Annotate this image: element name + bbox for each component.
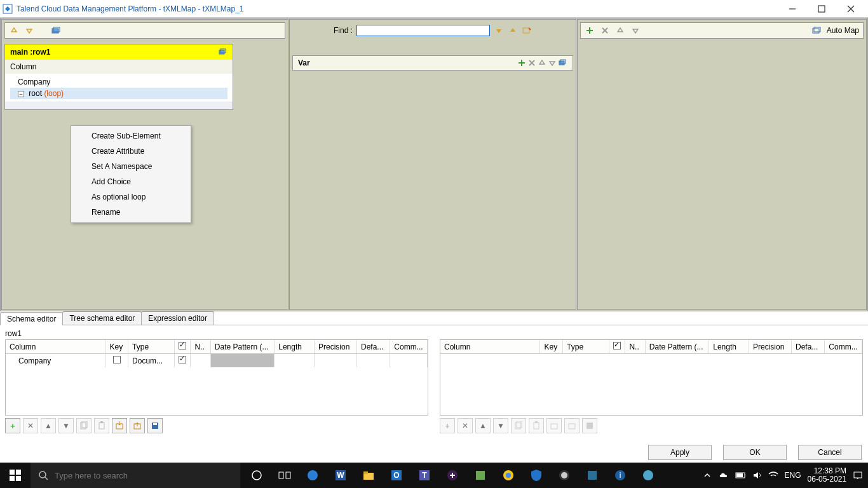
- language-indicator[interactable]: ENG: [785, 471, 801, 480]
- save-button[interactable]: [582, 418, 597, 433]
- teams-icon[interactable]: T: [410, 463, 438, 488]
- security-icon[interactable]: [522, 463, 550, 488]
- onedrive-icon[interactable]: [719, 470, 729, 480]
- add-row-button[interactable]: ＋: [5, 418, 20, 433]
- tree-item-root[interactable]: − root (loop): [10, 88, 227, 99]
- cell-n-chk[interactable]: [179, 356, 186, 363]
- col-comment[interactable]: Comm...: [825, 340, 862, 354]
- slack-icon[interactable]: [438, 463, 466, 488]
- col-n-chk[interactable]: [609, 340, 625, 354]
- col-column[interactable]: Column: [6, 340, 105, 354]
- col-length[interactable]: Length: [275, 340, 315, 354]
- add-row-button[interactable]: ＋: [440, 418, 455, 433]
- tab-expression-editor[interactable]: Expression editor: [141, 311, 214, 325]
- cm-as-optional-loop[interactable]: As optional loop: [71, 189, 191, 205]
- volume-icon[interactable]: [752, 470, 762, 480]
- wifi-icon[interactable]: [768, 470, 778, 480]
- copy-button[interactable]: [76, 418, 92, 433]
- import-button[interactable]: [112, 418, 127, 433]
- out-down-icon[interactable]: [630, 25, 641, 36]
- cell-type[interactable]: Docum...: [128, 354, 175, 368]
- automap-button[interactable]: Auto Map: [827, 26, 859, 35]
- cm-add-choice[interactable]: Add Choice: [71, 174, 191, 189]
- taskbar-search-input[interactable]: [55, 471, 220, 480]
- col-comment[interactable]: Comm...: [390, 340, 428, 354]
- edge-icon[interactable]: [299, 463, 327, 488]
- app-icon-4[interactable]: i: [606, 463, 634, 488]
- col-column[interactable]: Column: [440, 340, 540, 354]
- ok-button[interactable]: OK: [723, 445, 787, 460]
- col-default[interactable]: Defa...: [792, 340, 825, 354]
- table-row[interactable]: Company Docum...: [6, 354, 428, 368]
- save-button[interactable]: [147, 418, 163, 433]
- import-button[interactable]: [546, 418, 562, 433]
- var-down-icon[interactable]: [547, 58, 557, 68]
- outlook-icon[interactable]: O: [383, 463, 410, 488]
- minimize-button[interactable]: [778, 0, 807, 18]
- cancel-button[interactable]: Cancel: [798, 445, 862, 460]
- remove-row-button[interactable]: ✕: [458, 418, 473, 433]
- find-next-icon[interactable]: [494, 25, 504, 36]
- paste-button[interactable]: [94, 418, 109, 433]
- input-tree-title-row[interactable]: main :row1: [5, 44, 233, 60]
- col-type[interactable]: Type: [563, 340, 609, 354]
- cell-date-pattern[interactable]: [210, 354, 274, 368]
- app-icon-5[interactable]: [634, 463, 662, 488]
- col-n-chk[interactable]: [175, 340, 191, 354]
- notifications-icon[interactable]: [853, 470, 863, 480]
- col-default[interactable]: Defa...: [357, 340, 390, 354]
- close-button[interactable]: [836, 0, 865, 18]
- find-prev-icon[interactable]: [508, 25, 518, 36]
- apply-button[interactable]: Apply: [648, 445, 712, 460]
- out-remove-icon[interactable]: [600, 25, 610, 36]
- col-type[interactable]: Type: [128, 340, 175, 354]
- tab-schema-editor[interactable]: Schema editor: [0, 312, 63, 325]
- app-icon-1[interactable]: [466, 463, 494, 488]
- col-precision[interactable]: Precision: [749, 340, 792, 354]
- explorer-icon[interactable]: [355, 463, 383, 488]
- taskbar-clock[interactable]: 12:38 PM 06-05-2021: [808, 467, 846, 484]
- cm-set-namespace[interactable]: Set A Namespace: [71, 159, 191, 174]
- automap-icon[interactable]: [811, 25, 822, 36]
- find-highlight-icon[interactable]: [522, 25, 532, 36]
- out-add-icon[interactable]: [585, 25, 595, 36]
- col-date-pattern[interactable]: Date Pattern (...: [645, 340, 709, 354]
- find-input[interactable]: [356, 25, 490, 36]
- paste-button[interactable]: [529, 418, 544, 433]
- row-up-button[interactable]: ▲: [41, 418, 56, 433]
- col-key[interactable]: Key: [540, 340, 563, 354]
- move-down-icon[interactable]: [24, 25, 34, 36]
- row-down-button[interactable]: ▼: [58, 418, 74, 433]
- col-key[interactable]: Key: [105, 340, 128, 354]
- export-button[interactable]: [130, 418, 145, 433]
- col-n[interactable]: N..: [191, 340, 210, 354]
- col-date-pattern[interactable]: Date Pattern (...: [210, 340, 274, 354]
- maximize-button[interactable]: [807, 0, 836, 18]
- tray-overflow-icon[interactable]: [702, 470, 712, 480]
- tab-tree-schema-editor[interactable]: Tree schema editor: [62, 311, 142, 325]
- cm-rename[interactable]: Rename: [71, 205, 191, 220]
- start-button[interactable]: [0, 463, 31, 488]
- remove-row-button[interactable]: ✕: [23, 418, 38, 433]
- chrome-icon[interactable]: [494, 463, 522, 488]
- cell-key-chk[interactable]: [113, 356, 121, 363]
- tree-item-company[interactable]: Company: [10, 76, 227, 88]
- out-up-icon[interactable]: [615, 25, 625, 36]
- export-button[interactable]: [564, 418, 580, 433]
- app-icon-3[interactable]: [578, 463, 606, 488]
- var-minimize-icon[interactable]: [557, 58, 567, 68]
- cell-column[interactable]: Company: [6, 354, 105, 368]
- col-length[interactable]: Length: [709, 340, 749, 354]
- row-down-button[interactable]: ▼: [493, 418, 508, 433]
- task-view-icon[interactable]: [271, 463, 299, 488]
- cm-create-attribute[interactable]: Create Attribute: [71, 144, 191, 159]
- minimize-tree-icon[interactable]: [51, 25, 61, 36]
- move-up-icon[interactable]: [9, 25, 19, 36]
- var-up-icon[interactable]: [537, 58, 547, 68]
- var-remove-icon[interactable]: [527, 58, 537, 68]
- cortana-icon[interactable]: [243, 463, 271, 488]
- tree-expand-icon[interactable]: [217, 47, 227, 57]
- cm-create-sub-element[interactable]: Create Sub-Element: [71, 128, 191, 144]
- battery-icon[interactable]: [735, 470, 745, 480]
- tree-expand-knob[interactable]: −: [18, 91, 24, 97]
